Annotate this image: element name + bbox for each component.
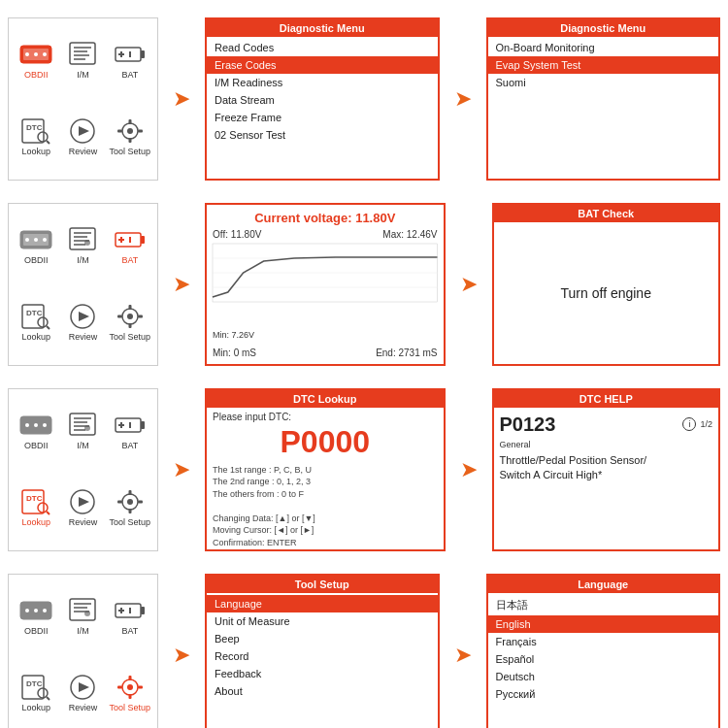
svg-point-37 <box>84 240 90 246</box>
menu-item-im-readiness[interactable]: I/M Readiness <box>207 74 438 91</box>
icon-lookup-4[interactable]: DTC Lookup <box>15 657 57 729</box>
tool-setup-item-language[interactable]: Language <box>207 595 438 612</box>
lang-item-french[interactable]: Français <box>488 633 719 650</box>
toolsetup-icon-3 <box>113 488 148 515</box>
icon-im-3[interactable]: I/M <box>61 395 104 468</box>
svg-rect-24 <box>128 138 131 143</box>
icon-label-toolsetup-1: Tool Setup <box>110 147 151 156</box>
icon-label-review-3: Review <box>69 517 98 527</box>
svg-point-102 <box>38 688 48 698</box>
bat-check-text: Turn off engine <box>561 285 651 301</box>
svg-marker-48 <box>79 312 89 321</box>
svg-rect-90 <box>70 599 95 620</box>
icon-label-im-4: I/M <box>77 626 89 636</box>
menu-item-data-stream[interactable]: Data Stream <box>207 91 438 109</box>
icon-lookup-2[interactable]: DTC Lookup <box>15 286 57 359</box>
svg-text:DTC: DTC <box>26 494 43 503</box>
menu-item-freeze-frame[interactable]: Freeze Frame <box>207 109 438 126</box>
icon-lookup-3[interactable]: DTC Lookup <box>15 472 57 545</box>
tool-setup-item-about[interactable]: About <box>207 682 438 700</box>
svg-rect-83 <box>128 509 131 513</box>
review-icon-2 <box>65 303 100 330</box>
menu-item-o2-sensor[interactable]: 02 Sensor Test <box>207 126 438 144</box>
voltage-max: Max: 12.46V <box>382 229 437 240</box>
icon-obdii-4[interactable]: OBDII <box>15 580 57 653</box>
icon-label-toolsetup-3: Tool Setup <box>110 517 151 527</box>
icon-im-4[interactable]: I/M <box>61 580 104 653</box>
row-1: OBDII I/M <box>8 8 720 189</box>
menu-item-onboard[interactable]: On-Board Monitoring <box>488 39 719 56</box>
diagnostic-menu-body-1: Read Codes Erase Codes I/M Readiness Dat… <box>207 37 438 179</box>
diagnostic-menu-right-1: Diagnostic Menu On-Board Monitoring Evap… <box>486 17 721 181</box>
svg-rect-108 <box>128 676 131 680</box>
icon-label-bat-2: BAT <box>121 255 138 265</box>
svg-point-89 <box>43 609 47 612</box>
icon-toolsetup-1[interactable]: Tool Setup <box>109 101 151 174</box>
tool-setup-item-beep[interactable]: Beep <box>207 630 438 647</box>
svg-rect-63 <box>70 414 95 435</box>
icon-obdii-1[interactable]: OBDII <box>15 24 57 97</box>
svg-rect-32 <box>70 228 95 249</box>
icon-im-2[interactable]: I/M <box>61 210 104 282</box>
icon-toolsetup-3[interactable]: Tool Setup <box>109 472 151 545</box>
icon-label-lookup-3: Lookup <box>21 517 50 527</box>
dtc-page: 1/2 <box>700 419 712 429</box>
icon-panel-2: OBDII I/M <box>8 203 158 366</box>
toolsetup-icon-1 <box>113 117 148 145</box>
menu-item-read-codes[interactable]: Read Codes <box>207 39 438 56</box>
icon-review-4[interactable]: Review <box>61 657 104 729</box>
voltage-end-ms: End: 2731 mS <box>376 347 437 358</box>
lang-item-russian[interactable]: Русский <box>488 685 719 703</box>
arrow-2: ➤ <box>166 272 197 297</box>
icon-im-1[interactable]: I/M <box>61 24 104 97</box>
svg-rect-53 <box>117 315 122 318</box>
icon-review-1[interactable]: Review <box>61 101 104 174</box>
icon-label-im-2: I/M <box>77 255 89 265</box>
icon-obdii-2[interactable]: OBDII <box>15 210 57 282</box>
icon-lookup-1[interactable]: DTC Lookup <box>15 101 57 174</box>
icon-label-review-2: Review <box>69 332 98 342</box>
lang-item-german[interactable]: Deutsch <box>488 668 719 685</box>
svg-point-22 <box>127 128 133 134</box>
svg-rect-51 <box>128 305 131 310</box>
icon-obdii-3[interactable]: OBDII <box>15 395 57 468</box>
svg-line-103 <box>47 697 50 700</box>
icon-review-3[interactable]: Review <box>61 472 104 545</box>
im-icon-3 <box>65 412 100 439</box>
lang-item-spanish[interactable]: Español <box>488 650 719 668</box>
icon-bat-2[interactable]: BAT <box>109 210 151 282</box>
icon-review-2[interactable]: Review <box>61 286 104 359</box>
icon-label-im-3: I/M <box>77 441 89 450</box>
tool-setup-item-measure[interactable]: Unit of Measure <box>207 612 438 630</box>
tool-setup-item-record[interactable]: Record <box>207 647 438 665</box>
svg-rect-26 <box>138 130 143 133</box>
diagnostic-menu-1: Diagnostic Menu Read Codes Erase Codes I… <box>205 17 440 181</box>
icon-toolsetup-4[interactable]: Tool Setup <box>109 657 151 729</box>
menu-item-evap[interactable]: Evap System Test <box>488 56 719 74</box>
lang-item-japanese[interactable]: 日本語 <box>488 595 719 615</box>
voltage-off: Off: 11.80V <box>213 229 261 240</box>
icon-bat-3[interactable]: BAT <box>109 395 151 468</box>
tool-setup-item-feedback[interactable]: Feedback <box>207 665 438 682</box>
bat-icon-3 <box>113 412 148 439</box>
lang-item-english[interactable]: English <box>488 615 719 633</box>
arrow-3: ➤ <box>166 457 197 482</box>
svg-point-61 <box>34 423 38 427</box>
menu-item-erase-codes[interactable]: Erase Codes <box>207 56 438 74</box>
svg-rect-11 <box>141 50 145 58</box>
bat-check-header: BAT Check <box>494 205 719 222</box>
lookup-icon-3: DTC <box>18 488 53 515</box>
svg-point-81 <box>127 499 133 505</box>
review-icon-3 <box>65 488 100 515</box>
icon-bat-4[interactable]: BAT <box>109 580 151 653</box>
icon-label-bat-1: BAT <box>121 70 138 80</box>
icon-toolsetup-2[interactable]: Tool Setup <box>109 286 151 359</box>
obdii-icon-4 <box>18 597 53 624</box>
diagnostic-menu-right-body-1: On-Board Monitoring Evap System Test Suo… <box>488 37 719 179</box>
svg-point-62 <box>43 423 47 427</box>
icon-bat-1[interactable]: BAT <box>109 24 151 97</box>
dtc-description: Throttle/Pedal Position Sensor/Switch A … <box>500 453 713 483</box>
menu-item-suomi[interactable]: Suomi <box>488 74 719 91</box>
diagnostic-menu-right-header-1: Diagnostic Menu <box>488 19 719 37</box>
main-container: OBDII I/M <box>0 0 728 728</box>
